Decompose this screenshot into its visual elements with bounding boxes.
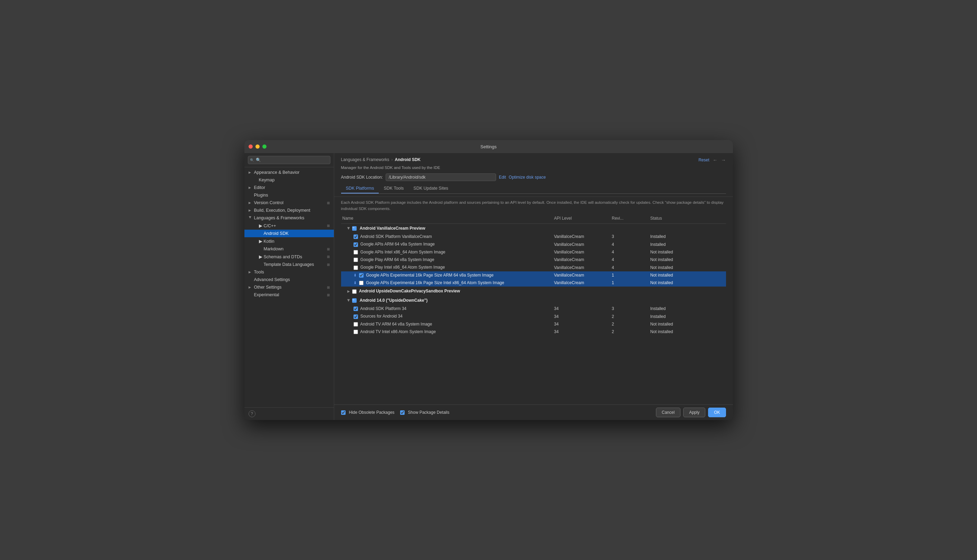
row-name: Android 14.0 ("UpsideDownCake") xyxy=(360,298,428,303)
row-name: Sources for Android 34 xyxy=(360,314,403,318)
sidebar-item-plugins[interactable]: ▶ Plugins xyxy=(244,192,334,199)
tab-sdk-platforms[interactable]: SDK Platforms xyxy=(341,184,379,193)
arrow-icon: ▶ xyxy=(249,201,252,205)
hide-obsolete-checkbox[interactable] xyxy=(341,410,346,415)
footer-bar: Hide Obsolete Packages Show Package Deta… xyxy=(334,405,733,420)
row-checkbox[interactable] xyxy=(359,281,363,285)
apply-button[interactable]: Apply xyxy=(683,408,705,417)
row-api: VanillaIceCream xyxy=(553,248,611,256)
table-row: Google APIs Intel x86_64 Atom System Ima… xyxy=(341,248,726,256)
search-wrap xyxy=(248,156,330,164)
sidebar-item-build[interactable]: ▶ Build, Execution, Deployment xyxy=(244,207,334,214)
settings-window: Settings ▶ Appearance & Behavior ▶ Keyma… xyxy=(244,140,733,420)
tab-sdk-update-sites[interactable]: SDK Update Sites xyxy=(409,184,453,193)
row-checkbox[interactable] xyxy=(353,307,358,311)
reset-button[interactable]: Reset xyxy=(698,158,709,162)
row-api: 34 xyxy=(553,312,611,320)
row-rev: 4 xyxy=(611,256,649,263)
row-rev: 2 xyxy=(611,328,649,335)
maximize-button[interactable] xyxy=(263,145,266,148)
expand-icon[interactable]: ▶ xyxy=(346,227,350,229)
row-checkbox[interactable] xyxy=(359,273,363,278)
sidebar-item-experimental[interactable]: ▶ Experimental ⊞ xyxy=(244,291,334,298)
ok-button[interactable]: OK xyxy=(708,408,726,417)
titlebar: Settings xyxy=(244,140,733,153)
cancel-button[interactable]: Cancel xyxy=(656,408,681,417)
help-button[interactable]: ? xyxy=(249,410,256,417)
row-status: Not installed xyxy=(649,263,726,271)
row-api: VanillaIceCream xyxy=(553,279,611,287)
minimize-button[interactable] xyxy=(256,145,259,148)
edit-button[interactable]: Edit xyxy=(499,175,506,180)
breadcrumb-sep: › xyxy=(391,157,393,162)
row-checkbox[interactable] xyxy=(353,242,358,247)
sidebar-item-cpp[interactable]: ▶ ▶ C/C++ ⊞ xyxy=(244,222,334,230)
row-api: VanillaIceCream xyxy=(553,240,611,248)
table-row: Google Play ARM 64 v8a System Image Vani… xyxy=(341,256,726,263)
row-rev: 4 xyxy=(611,263,649,271)
sidebar-item-other[interactable]: ▶ Other Settings ⊞ xyxy=(244,283,334,291)
row-api: VanillaIceCream xyxy=(553,233,611,240)
main-content: ▶ Appearance & Behavior ▶ Keymap ▶ Edito… xyxy=(244,153,733,420)
group-checkbox[interactable] xyxy=(352,289,356,294)
row-checkbox[interactable] xyxy=(353,235,358,239)
sidebar-item-markdown[interactable]: ▶ Markdown ⊞ xyxy=(244,245,334,253)
sdk-location-input[interactable] xyxy=(386,173,496,181)
window-title: Settings xyxy=(480,144,497,149)
panel-header: Languages & Frameworks › Android SDK Res… xyxy=(334,153,733,197)
optimize-button[interactable]: Optimize disk space xyxy=(509,175,546,180)
breadcrumb-current: Android SDK xyxy=(395,157,421,162)
row-rev: 2 xyxy=(611,320,649,328)
row-checkbox[interactable] xyxy=(353,315,358,319)
sidebar-item-languages[interactable]: ▶ Languages & Frameworks xyxy=(244,214,334,222)
settings-icon: ⊞ xyxy=(327,255,330,258)
sidebar-item-android-sdk[interactable]: ▶ Android SDK xyxy=(244,230,334,237)
sidebar-item-keymap[interactable]: ▶ Keymap xyxy=(244,176,334,184)
sidebar-item-template-data[interactable]: ▶ Template Data Languages ⊞ xyxy=(244,261,334,268)
show-package-label[interactable]: Show Package Details xyxy=(400,410,450,415)
arrow-icon: ▶ xyxy=(249,186,252,189)
table-header-row: Name API Level Revi... Status xyxy=(341,213,726,224)
sidebar-item-advanced[interactable]: ▶ Advanced Settings xyxy=(244,276,334,283)
sidebar-item-appearance[interactable]: ▶ Appearance & Behavior xyxy=(244,168,334,176)
row-rev: 1 xyxy=(611,272,649,279)
expand-icon[interactable]: ▶ xyxy=(347,290,350,293)
table-row: ▶ Android VanillaIceCream Preview xyxy=(341,223,726,233)
sidebar-item-tools[interactable]: ▶ Tools xyxy=(244,268,334,276)
row-rev xyxy=(611,296,649,305)
table-row: Google APIs ARM 64 v8a System Image Vani… xyxy=(341,240,726,248)
sidebar-item-schemas[interactable]: ▶ ▶ Schemas and DTDs ⊞ xyxy=(244,253,334,261)
close-button[interactable] xyxy=(249,145,253,148)
hide-obsolete-text: Hide Obsolete Packages xyxy=(349,410,395,415)
group-checkbox[interactable] xyxy=(352,226,356,231)
row-name: Android TV ARM 64 v8a System Image xyxy=(360,322,432,327)
col-api: API Level xyxy=(553,213,611,224)
sidebar-item-kotlin[interactable]: ▶ ▶ Kotlin xyxy=(244,237,334,245)
sidebar-item-editor[interactable]: ▶ Editor xyxy=(244,184,334,192)
search-input[interactable] xyxy=(248,156,330,164)
row-checkbox[interactable] xyxy=(353,330,358,334)
forward-button[interactable]: → xyxy=(721,157,726,163)
group-checkbox[interactable] xyxy=(352,298,356,303)
expand-icon[interactable]: ▶ xyxy=(346,299,350,302)
row-checkbox[interactable] xyxy=(353,322,358,327)
hide-obsolete-label[interactable]: Hide Obsolete Packages xyxy=(341,410,395,415)
table-row: Google Play Intel x86_64 Atom System Ima… xyxy=(341,263,726,271)
settings-icon: ⊞ xyxy=(327,224,330,228)
row-status: Not installed xyxy=(649,279,726,287)
sidebar-item-version-control[interactable]: ▶ Version Control ⊞ xyxy=(244,199,334,207)
table-description-text: Each Android SDK Platform package includ… xyxy=(341,200,726,212)
table-row: Android TV Intel x86 Atom System Image 3… xyxy=(341,328,726,335)
row-api xyxy=(553,223,611,233)
tab-sdk-tools[interactable]: SDK Tools xyxy=(379,184,408,193)
row-checkbox[interactable] xyxy=(353,250,358,255)
col-name: Name xyxy=(341,213,553,224)
row-name: Android SDK Platform 34 xyxy=(360,306,407,311)
row-rev: 3 xyxy=(611,233,649,240)
back-button[interactable]: ← xyxy=(713,157,718,163)
row-checkbox[interactable] xyxy=(353,258,358,262)
show-package-checkbox[interactable] xyxy=(400,410,405,415)
row-checkbox[interactable] xyxy=(353,265,358,270)
table-row: Android SDK Platform 34 34 3 Installed xyxy=(341,305,726,312)
tabs-bar: SDK Platforms SDK Tools SDK Update Sites xyxy=(341,184,726,194)
